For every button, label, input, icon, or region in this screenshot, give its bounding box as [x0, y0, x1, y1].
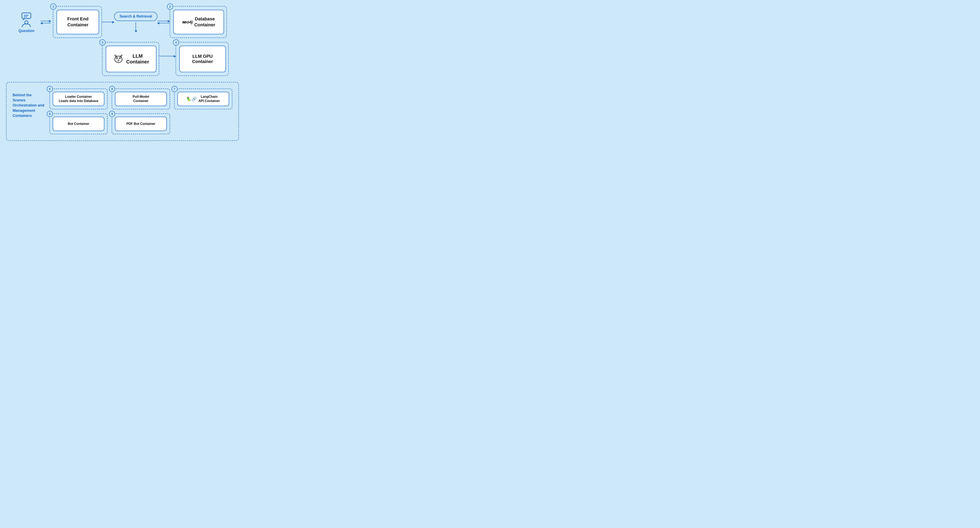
loader-dashed-box: 5 Loader ContainerLoads data into Databa… — [49, 89, 108, 109]
langchain-container-item: 7 🦜🔗 LangChainAPI Container — [174, 89, 232, 109]
loader-container-item: 5 Loader ContainerLoads data into Databa… — [49, 89, 108, 109]
langchain-badge: 7 — [172, 86, 178, 92]
llm-dashed-box: 3 — [102, 42, 159, 76]
pullmodel-dashed-box: 6 Pull-ModelContainer — [112, 89, 170, 109]
llm-to-gpu-arrow — [159, 56, 176, 56]
svg-rect-0 — [22, 13, 31, 19]
pullmodel-badge: 6 — [109, 86, 115, 92]
pdfbot-container-item: 9 PDF Bot Container — [112, 113, 170, 134]
frontend-label: Front EndContainer — [67, 16, 89, 28]
bot-badge: 8 — [47, 111, 53, 117]
llm-badge: 3 — [99, 40, 105, 46]
question-label: Question — [18, 29, 34, 33]
database-badge: 2 — [167, 3, 173, 10]
database-inner-box: ɴeo4j DatabaseContainer — [173, 10, 224, 34]
behind-scenes-grid: 5 Loader ContainerLoads data into Databa… — [49, 89, 232, 134]
search-retrieval-pill: Search & Retrieval — [114, 12, 157, 21]
pdfbot-badge: 9 — [109, 111, 115, 117]
pdfbot-inner-box: PDF Bot Container — [115, 117, 167, 131]
loader-inner-box: Loader ContainerLoads data into Database — [52, 92, 104, 106]
frontend-inner-box: Front EndContainer — [57, 10, 99, 34]
top-row: Question 1 Front EndContainer — [6, 6, 239, 38]
arrow-to-db — [158, 21, 170, 21]
database-dashed-box: 2 ɴeo4j DatabaseContainer — [170, 6, 227, 38]
loader-label: Loader ContainerLoads data into Database — [59, 95, 99, 103]
question-area: Question — [18, 11, 35, 33]
llm-inner-box: LLMContainer — [106, 46, 156, 72]
arrow-right-1 — [41, 21, 51, 21]
arrow-left-1 — [41, 23, 51, 23]
langchain-inner-box: 🦜🔗 LangChainAPI Container — [177, 92, 229, 106]
pullmodel-container-item: 6 Pull-ModelContainer — [112, 89, 170, 109]
llm-to-gpu-arrow-wrap — [159, 56, 176, 56]
db-label-row: ɴeo4j DatabaseContainer — [182, 16, 215, 28]
gpu-label: LLM GPUContainer — [192, 54, 213, 64]
langchain-label: LangChainAPI Container — [198, 95, 220, 103]
svg-point-9 — [119, 58, 120, 58]
arrowhead — [40, 22, 43, 24]
database-label: DatabaseContainer — [194, 16, 215, 28]
bot-label: Bot Container — [68, 122, 89, 126]
user-question-icon — [18, 11, 35, 27]
gpu-dashed-box: 4 LLM GPUContainer — [176, 42, 229, 76]
database-container-wrap: 2 ɴeo4j DatabaseContainer — [170, 6, 227, 38]
frontend-container-wrap: 1 Front EndContainer — [53, 6, 102, 38]
pdfbot-label: PDF Bot Container — [126, 122, 155, 126]
down-arrowhead — [135, 30, 137, 32]
pullmodel-label: Pull-ModelContainer — [133, 95, 149, 103]
pullmodel-inner-box: Pull-ModelContainer — [115, 92, 167, 106]
arrowhead — [112, 21, 115, 24]
frontend-dashed-box: 1 Front EndContainer — [53, 6, 102, 38]
svg-point-5 — [115, 56, 122, 63]
empty-cell — [174, 113, 232, 134]
ollama-icon — [113, 54, 124, 64]
arrowhead — [49, 20, 51, 22]
langchain-icon: 🦜🔗 — [186, 97, 197, 101]
arrowhead — [157, 22, 159, 24]
neo4j-logo: ɴeo4j — [182, 20, 193, 24]
llm-text-col: LLMContainer — [126, 53, 149, 65]
langchain-dashed-box: 7 🦜🔗 LangChainAPI Container — [174, 89, 232, 109]
gpu-inner-box: LLM GPUContainer — [179, 46, 226, 72]
bot-container-item: 8 Bot Container — [49, 113, 108, 134]
behind-scenes-label: Behind the ScenesOrchestration andManage… — [13, 93, 45, 118]
arrow-from-db — [158, 23, 170, 23]
bot-inner-box: Bot Container — [52, 117, 104, 131]
svg-point-10 — [118, 60, 119, 60]
bot-dashed-box: 8 Bot Container — [49, 113, 108, 134]
q-fe-arrows — [41, 21, 51, 23]
gpu-badge: 4 — [173, 40, 179, 46]
llm-container-wrap: 3 — [102, 42, 159, 76]
middle-row: 3 — [6, 42, 239, 76]
pdfbot-dashed-box: 9 PDF Bot Container — [112, 113, 170, 134]
search-center-col: Search & Retrieval — [114, 12, 157, 32]
behind-scenes-section: Behind the ScenesOrchestration andManage… — [6, 82, 239, 141]
fe-to-search-arrow — [102, 22, 114, 22]
frontend-badge: 1 — [50, 3, 56, 10]
architecture-diagram: Question 1 Front EndContainer — [6, 6, 239, 141]
down-arrow-container — [135, 22, 137, 32]
search-db-arrows — [158, 21, 170, 23]
gpu-container-wrap: 4 LLM GPUContainer — [176, 42, 229, 76]
v-line — [135, 22, 136, 30]
svg-point-8 — [117, 58, 117, 58]
llm-label: LLMContainer — [126, 53, 149, 65]
loader-badge: 5 — [47, 86, 53, 92]
